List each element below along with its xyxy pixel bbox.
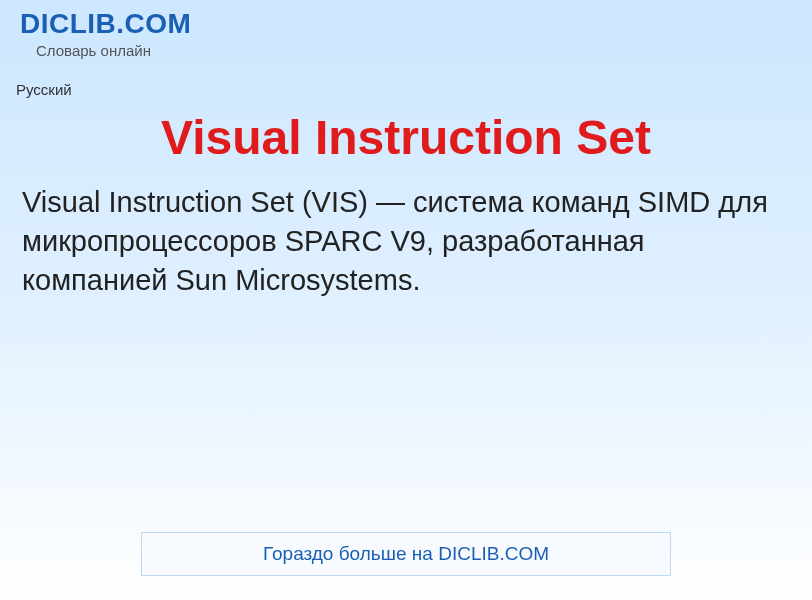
header: DICLIB.COM Словарь онлайн: [0, 0, 812, 63]
footer-more-link[interactable]: Гораздо больше на DICLIB.COM: [141, 532, 671, 576]
site-name[interactable]: DICLIB.COM: [20, 8, 792, 40]
article-title: Visual Instruction Set: [0, 110, 812, 165]
article-body: Visual Instruction Set (VIS) — система к…: [0, 183, 812, 300]
language-label[interactable]: Русский: [16, 81, 812, 98]
tagline: Словарь онлайн: [36, 42, 792, 59]
